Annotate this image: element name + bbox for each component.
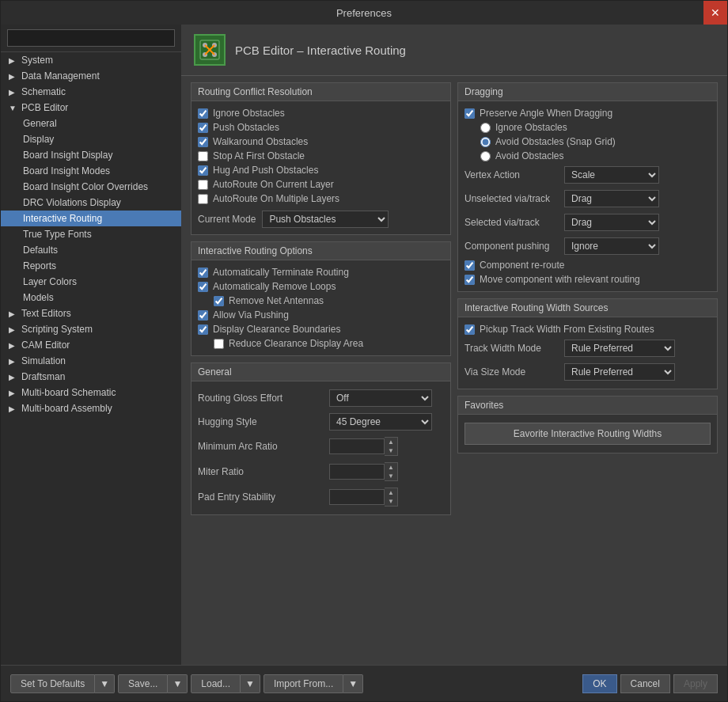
via-size-mode-select[interactable]: Rule Preferred Rule Min Rule Max User Ch… [564,363,675,381]
selected-via-select[interactable]: Drag Move [564,214,659,231]
display-clearance-checkbox[interactable] [198,324,208,335]
hug-and-push-row[interactable]: Hug And Push Obstacles [198,163,444,177]
search-input[interactable] [7,29,175,47]
push-obstacles-checkbox[interactable] [198,123,208,133]
sidebar-item-drc-violations-display[interactable]: DRC Violations Display [1,195,181,211]
push-obstacles-row[interactable]: Push Obstacles [198,120,444,135]
ignore-obstacles-checkbox[interactable] [198,108,208,119]
display-clearance-row[interactable]: Display Clearance Boundaries [198,322,444,336]
drag-ignore-obstacles-row[interactable]: Ignore Obstacles [480,120,711,135]
sidebar-item-display[interactable]: Display [1,131,181,147]
auto-terminate-label: Automatically Terminate Routing [213,267,349,278]
component-reroute-checkbox[interactable] [464,260,475,271]
vertex-action-select[interactable]: Scale Break Move [564,166,659,184]
routing-gloss-effort-select[interactable]: Off Weak Strong [329,389,432,407]
min-arc-ratio-input[interactable]: 2.000 [329,438,385,454]
component-reroute-row[interactable]: Component re-route [464,258,711,272]
avoid-obstacles-radio[interactable] [480,151,491,161]
auto-remove-loops-checkbox[interactable] [198,282,208,292]
pad-entry-stability-label: Pad Entry Stability [198,491,324,503]
reduce-clearance-row[interactable]: Reduce Clearance Display Area [198,336,444,351]
save-button[interactable]: Save... [118,674,168,693]
preserve-angle-row[interactable]: Preserve Angle When Dragging [464,106,711,120]
autoroute-current-checkbox[interactable] [198,180,208,190]
pad-entry-stability-down[interactable]: ▼ [385,497,397,506]
set-to-defaults-button[interactable]: Set To Defaults [10,674,95,693]
apply-button[interactable]: Apply [673,674,718,693]
min-arc-ratio-down[interactable]: ▼ [385,446,397,455]
sidebar-item-true-type-fonts[interactable]: True Type Fonts [1,226,181,242]
walkaround-obstacles-checkbox[interactable] [198,137,208,147]
remove-net-antennas-checkbox[interactable] [214,296,224,306]
sidebar-item-interactive-routing[interactable]: Interactive Routing [1,211,181,226]
sidebar-item-system[interactable]: ▶ System [1,52,181,68]
ignore-obstacles-row[interactable]: Ignore Obstacles [198,106,444,120]
sidebar-item-general[interactable]: General [1,116,181,131]
set-to-defaults-arrow[interactable]: ▼ [95,674,115,693]
sidebar-item-board-insight-modes[interactable]: Board Insight Modes [1,163,181,179]
track-width-mode-select[interactable]: Rule Preferred Rule Min Rule Max User Ch… [564,340,675,357]
pad-entry-stability-input[interactable]: 5 [329,489,385,505]
sidebar-item-layer-colors[interactable]: Layer Colors [1,274,181,290]
pickup-track-width-row[interactable]: Pickup Track Width From Existing Routes [464,322,711,336]
move-component-row[interactable]: Move component with relevant routing [464,272,711,286]
miter-ratio-down[interactable]: ▼ [385,472,397,480]
load-button[interactable]: Load... [191,674,241,693]
sidebar-item-multi-board-assembly[interactable]: ▶ Multi-board Assembly [1,400,181,416]
sidebar-item-draftsman[interactable]: ▶ Draftsman [1,369,181,385]
sidebar-item-scripting-system[interactable]: ▶ Scripting System [1,321,181,337]
sidebar-item-schematic[interactable]: ▶ Schematic [1,84,181,100]
reduce-clearance-checkbox[interactable] [214,339,224,349]
sidebar-item-simulation[interactable]: ▶ Simulation [1,353,181,369]
current-mode-select[interactable]: Push Obstacles Ignore Obstacles Walkarou… [262,211,389,228]
autoroute-multiple-row[interactable]: AutoRoute On Multiple Layers [198,192,444,206]
sidebar-item-label: DRC Violations Display [23,197,121,208]
min-arc-ratio-up[interactable]: ▲ [385,438,397,446]
miter-ratio-input[interactable]: 5.000 [329,464,385,480]
preserve-angle-checkbox[interactable] [464,108,475,119]
cancel-button[interactable]: Cancel [620,674,670,693]
hug-and-push-checkbox[interactable] [198,165,208,176]
pickup-track-width-checkbox[interactable] [464,324,475,335]
sidebar-item-text-editors[interactable]: ▶ Text Editors [1,305,181,321]
ok-button[interactable]: OK [582,674,616,693]
hugging-style-select[interactable]: 45 Degree 90 Degree Round [329,413,432,431]
stop-at-first-checkbox[interactable] [198,151,208,161]
autoroute-multiple-checkbox[interactable] [198,194,208,204]
avoid-obstacles-snap-row[interactable]: Avoid Obstacles (Snap Grid) [480,135,711,149]
close-button[interactable]: ✕ [703,1,727,25]
sidebar-item-models[interactable]: Models [1,290,181,305]
load-arrow[interactable]: ▼ [241,674,260,693]
walkaround-obstacles-row[interactable]: Walkaround Obstacles [198,135,444,149]
component-pushing-select[interactable]: Ignore Push Avoid [564,237,659,255]
import-from-button[interactable]: Import From... [264,674,343,693]
sidebar-item-data-management[interactable]: ▶ Data Management [1,68,181,84]
auto-terminate-checkbox[interactable] [198,268,208,278]
import-from-arrow[interactable]: ▼ [343,674,363,693]
sidebar-item-pcb-editor[interactable]: ▼ PCB Editor [1,100,181,116]
unselected-via-select[interactable]: Drag Move [564,190,659,207]
sidebar-item-multi-board-schematic[interactable]: ▶ Multi-board Schematic [1,385,181,400]
move-component-checkbox[interactable] [464,275,475,285]
sidebar-item-defaults[interactable]: Defaults [1,242,181,258]
allow-via-pushing-checkbox[interactable] [198,310,208,321]
drag-ignore-obstacles-radio[interactable] [480,123,491,133]
sidebar-item-board-insight-color-overrides[interactable]: Board Insight Color Overrides [1,179,181,195]
avoid-obstacles-row[interactable]: Avoid Obstacles [480,149,711,163]
auto-remove-loops-label: Automatically Remove Loops [213,281,336,292]
sidebar-item-cam-editor[interactable]: ▶ CAM Editor [1,337,181,353]
save-arrow[interactable]: ▼ [168,674,188,693]
autoroute-current-row[interactable]: AutoRoute On Current Layer [198,177,444,192]
pad-entry-stability-up[interactable]: ▲ [385,488,397,497]
favorite-routing-widths-button[interactable]: Eavorite Interactive Routing Widths [464,423,711,445]
sidebar-item-board-insight-display[interactable]: Board Insight Display [1,147,181,163]
remove-net-antennas-row[interactable]: Remove Net Antennas [198,294,444,308]
allow-via-pushing-row[interactable]: Allow Via Pushing [198,308,444,322]
auto-remove-loops-row[interactable]: Automatically Remove Loops [198,279,444,294]
track-width-mode-row: Track Width Mode Rule Preferred Rule Min… [464,336,711,360]
sidebar-item-reports[interactable]: Reports [1,258,181,274]
stop-at-first-row[interactable]: Stop At First Obstacle [198,149,444,163]
auto-terminate-row[interactable]: Automatically Terminate Routing [198,265,444,279]
miter-ratio-up[interactable]: ▲ [385,463,397,472]
avoid-obstacles-snap-radio[interactable] [480,137,491,147]
